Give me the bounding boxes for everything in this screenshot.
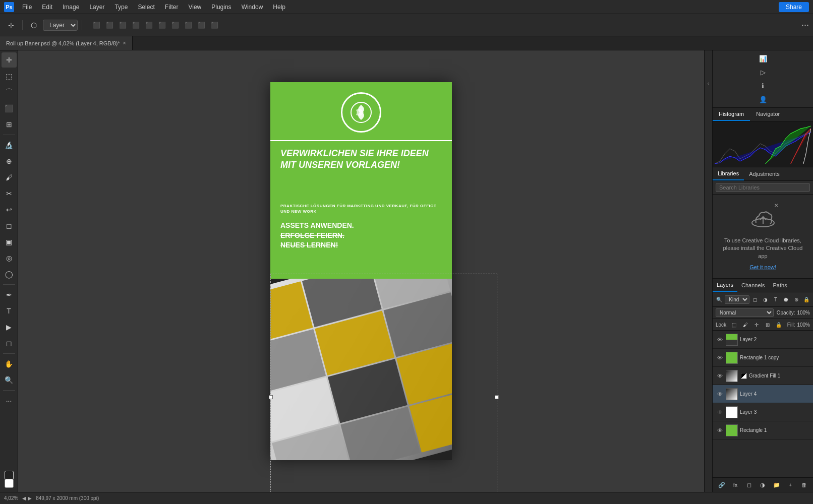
layer-item[interactable]: 👁 Rectangle 1 (713, 421, 813, 439)
lock-image-btn[interactable]: 🖌 (741, 320, 750, 329)
blend-mode-select[interactable]: Normal (716, 308, 774, 317)
distribute-center-btn[interactable]: ⬛ (182, 19, 194, 31)
distribute-top-btn[interactable]: ⬛ (208, 19, 220, 31)
info-icon[interactable]: ℹ (757, 80, 769, 92)
tab-channels[interactable]: Channels (737, 279, 769, 291)
filter-adjustment-btn[interactable]: ◑ (761, 294, 770, 305)
menu-plugins[interactable]: Plugins (207, 3, 235, 12)
filter-type-btn[interactable]: T (771, 294, 780, 305)
more-options-btn[interactable]: ··· (801, 20, 809, 30)
object-select-tool[interactable]: ⬛ (2, 101, 17, 116)
menu-file[interactable]: File (18, 3, 36, 12)
share-button[interactable]: Share (779, 2, 809, 12)
tab-navigator[interactable]: Navigator (750, 108, 786, 121)
canvas-area[interactable]: VERWIRKLICHEN SIE IHRE IDEEN MIT UNSEREN… (18, 50, 704, 492)
layer-visibility-btn[interactable]: 👁 (716, 408, 724, 416)
menu-view[interactable]: View (184, 3, 205, 12)
right-collapse-btn[interactable]: ‹ (704, 50, 712, 492)
background-color[interactable] (5, 479, 14, 488)
kind-select[interactable]: Kind (725, 295, 749, 304)
layer-item[interactable]: 👁 Layer 3 (713, 403, 813, 421)
tab-histogram[interactable]: Histogram (713, 108, 750, 121)
eyedropper-tool[interactable]: 🔬 (2, 138, 17, 153)
document-tab[interactable]: Roll up Baner.psd @ 4,02% (Layer 4, RGB/… (0, 36, 133, 50)
tab-layers[interactable]: Layers (713, 279, 737, 292)
menu-edit[interactable]: Edit (38, 3, 56, 12)
history-brush-tool[interactable]: ↩ (2, 202, 17, 217)
tab-adjustments[interactable]: Adjustments (744, 168, 785, 180)
align-top-btn[interactable]: ⬛ (130, 19, 142, 31)
filter-shape-btn[interactable]: ⬟ (781, 294, 790, 305)
layer-visibility-btn[interactable]: 👁 (716, 336, 724, 344)
selection-handle-right[interactable] (495, 395, 499, 399)
align-center-h-btn[interactable]: ⬛ (103, 19, 115, 31)
blur-tool[interactable]: ◎ (2, 250, 17, 266)
cc-close-icon[interactable]: ✕ (774, 203, 778, 208)
menu-layer[interactable]: Layer (85, 3, 108, 12)
layer-visibility-btn[interactable]: 👁 (716, 426, 724, 434)
move-tool-btn[interactable]: ⊹ (4, 18, 18, 32)
lock-artboard-btn[interactable]: ⊞ (763, 320, 772, 329)
more-tools-btn[interactable]: ··· (2, 393, 17, 408)
align-right-btn[interactable]: ⬛ (117, 19, 129, 31)
add-adjustment-btn[interactable]: ◑ (757, 480, 769, 490)
layer-visibility-btn[interactable]: 👁 (716, 372, 724, 380)
align-center-v-btn[interactable]: ⬛ (143, 19, 155, 31)
filter-lock-icon[interactable]: 🔒 (802, 294, 811, 305)
menu-image[interactable]: Image (59, 3, 83, 12)
tab-libraries[interactable]: Libraries (713, 167, 744, 180)
menu-help[interactable]: Help (269, 3, 289, 12)
filter-kind-icon[interactable]: 🔍 (715, 294, 724, 305)
layers-list[interactable]: 👁 Layer 2 👁 Rectangle 1 copy 👁 Gradient … (713, 331, 813, 477)
gradient-tool[interactable]: ▣ (2, 234, 17, 249)
text-tool[interactable]: T (2, 303, 17, 319)
filter-smart-btn[interactable]: ⊛ (791, 294, 800, 305)
search-input[interactable] (716, 183, 810, 192)
align-bottom-btn[interactable]: ⬛ (156, 19, 168, 31)
eraser-tool[interactable]: ◻ (2, 218, 17, 233)
layer-item[interactable]: 👁 Gradient Fill 1 (713, 367, 813, 385)
histogram-icon[interactable]: 📊 (757, 52, 769, 65)
layer-visibility-btn[interactable]: 👁 (716, 390, 724, 398)
clone-tool[interactable]: ✂ (2, 186, 17, 201)
lock-all-btn[interactable]: 🔒 (774, 320, 783, 329)
menu-select[interactable]: Select (134, 3, 158, 12)
layer-item[interactable]: 👁 Layer 2 (713, 331, 813, 349)
dodge-tool[interactable]: ◯ (2, 267, 17, 282)
lock-transparent-btn[interactable]: ⬚ (730, 320, 739, 329)
opacity-value[interactable]: 100% (797, 310, 810, 316)
crop-tool[interactable]: ⊞ (2, 117, 17, 132)
fill-value[interactable]: 100% (797, 322, 810, 328)
libraries-panel-icon[interactable]: 👤 (757, 93, 769, 105)
link-layers-btn[interactable]: 🔗 (716, 480, 727, 490)
navigator-icon[interactable]: ▷ (757, 66, 769, 78)
distribute-left-btn[interactable]: ⬛ (169, 19, 181, 31)
layer-item[interactable]: 👁 Rectangle 1 copy (713, 349, 813, 367)
cc-get-link[interactable]: Get it now! (749, 264, 776, 270)
filter-pixel-btn[interactable]: ◻ (750, 294, 760, 305)
tab-close-btn[interactable]: × (123, 40, 126, 46)
tab-paths[interactable]: Paths (769, 279, 791, 291)
select-tool[interactable]: ⬚ (2, 69, 17, 84)
move-tool[interactable]: ✛ (2, 52, 17, 68)
layer-item[interactable]: 👁 Layer 4 (713, 385, 813, 403)
delete-layer-btn[interactable]: 🗑 (798, 480, 810, 490)
add-mask-btn[interactable]: ◻ (743, 480, 755, 490)
pen-tool[interactable]: ✒ (2, 287, 17, 302)
add-style-btn[interactable]: fx (729, 480, 741, 490)
shape-tool[interactable]: ◻ (2, 336, 17, 351)
add-layer-btn[interactable]: + (784, 480, 796, 490)
layer-mode-select[interactable]: Layer (43, 20, 78, 31)
layer-visibility-btn[interactable]: 👁 (716, 354, 724, 362)
brush-tool[interactable]: 🖌 (2, 170, 17, 185)
align-left-btn[interactable]: ⬛ (90, 19, 102, 31)
lasso-tool[interactable]: ⌒ (2, 85, 17, 100)
path-select-tool[interactable]: ▶ (2, 320, 17, 335)
tool-icon-btn[interactable]: ⬡ (27, 18, 41, 32)
lock-position-btn[interactable]: ✛ (752, 320, 761, 329)
menu-type[interactable]: Type (110, 3, 132, 12)
distribute-right-btn[interactable]: ⬛ (195, 19, 207, 31)
nav-arrows[interactable]: ◀ ▶ (22, 495, 32, 501)
menu-filter[interactable]: Filter (161, 3, 183, 12)
healing-tool[interactable]: ⊕ (2, 154, 17, 169)
